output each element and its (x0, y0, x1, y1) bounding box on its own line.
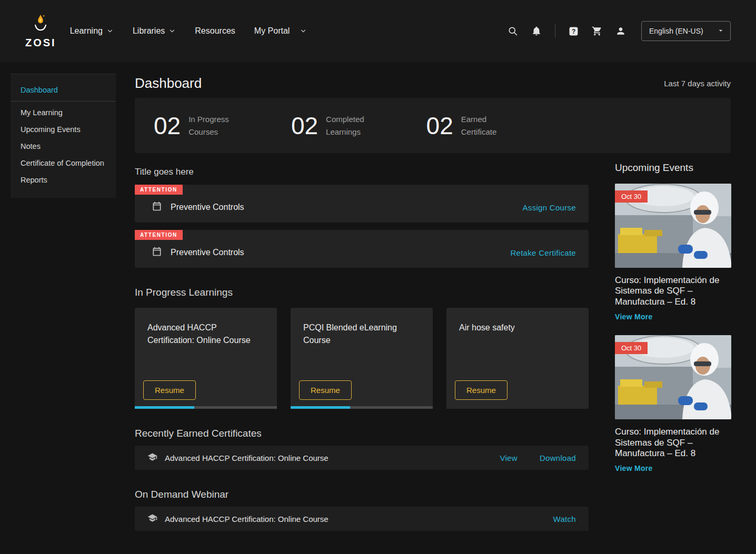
nav-item-my-portal[interactable]: My Portal (254, 26, 307, 36)
view-link[interactable]: View (500, 454, 517, 462)
nav-item-resources[interactable]: Resources (195, 26, 235, 36)
chevron-down-icon (168, 27, 176, 35)
stat-value: 02 (426, 112, 453, 140)
in-progress-cards: Advanced HACCP Certification: Online Cou… (135, 308, 589, 409)
stat-label: CompletedLearnings (326, 113, 364, 138)
sidebar-item-reports[interactable]: Reports (11, 172, 116, 188)
resume-button[interactable]: Resume (143, 380, 196, 400)
svg-text:?: ? (572, 27, 575, 35)
sidebar-item-notes[interactable]: Notes (11, 138, 116, 155)
calendar-icon (152, 246, 162, 259)
event-name: Curso: Implementación de Sistemas de SQF… (615, 427, 731, 459)
main-nav: Learning Libraries Resources My Portal (70, 26, 307, 36)
stat-earned: 02 EarnedCertificate (426, 112, 497, 140)
course-name: PCQI Blended eLearning Course (303, 321, 420, 347)
attention-course-name: Preventive Controls (171, 203, 244, 212)
webinar-section-title: On Demand Webinar (135, 489, 589, 500)
nav-label: Resources (195, 26, 235, 36)
view-more-link[interactable]: View More (615, 313, 653, 321)
stat-label: EarnedCertificate (461, 113, 497, 138)
person-icon[interactable] (615, 26, 626, 36)
view-more-link[interactable]: View More (615, 464, 653, 472)
nav-label: Learning (70, 26, 103, 36)
certificate-row: Advanced HACCP Certification: Online Cou… (135, 446, 589, 470)
stat-value: 02 (291, 112, 318, 140)
nav-item-learning[interactable]: Learning (70, 26, 114, 36)
help-icon[interactable]: ? (569, 26, 579, 36)
chevron-down-icon (300, 27, 307, 35)
sidebar-item-my-learning[interactable]: My Learning (11, 104, 116, 121)
event-date-badge: Oct 30 (615, 342, 648, 354)
attention-course: Preventive Controls (152, 201, 244, 214)
search-icon[interactable] (508, 26, 518, 36)
stats-bar: 02 In ProgressCourses 02 CompletedLearni… (135, 98, 731, 153)
progress-bar (291, 406, 433, 409)
course-card: PCQI Blended eLearning Course Resume (291, 308, 433, 409)
activity-note: Last 7 days activity (664, 79, 731, 88)
attention-section-title: Title goes here (135, 167, 589, 177)
caret-down-icon (717, 26, 725, 36)
event-card: Oct 30 Curso: Implementación de Sistemas… (615, 184, 731, 321)
nav-label: My Portal (254, 26, 290, 36)
stat-in-progress: 02 In ProgressCourses (154, 112, 229, 140)
navbar-actions: ? English (EN-US) (508, 21, 731, 41)
progress-fill (291, 406, 350, 409)
attention-badge: ATTENTION (135, 230, 183, 240)
webinar-row: Advanced HACCP Certification: Online Cou… (135, 507, 589, 531)
sidebar-item-certificate-of-completion[interactable]: Certificate of Completion (11, 155, 116, 172)
course-name: Advanced HACCP Certification: Online Cou… (147, 321, 264, 347)
resume-button[interactable]: Resume (299, 380, 352, 400)
in-progress-section-title: In Progress Learnings (135, 287, 589, 298)
course-name: Air hose safety (459, 321, 576, 334)
event-thumbnail[interactable]: Oct 30 (615, 184, 731, 268)
progress-bar (135, 406, 277, 409)
attention-card: ATTENTION Preventive Controls Assign Cou… (135, 185, 589, 223)
attention-badge: ATTENTION (135, 185, 183, 195)
stat-label: In ProgressCourses (188, 113, 229, 138)
zosi-logo[interactable]: ZOSI (25, 14, 56, 49)
bell-icon[interactable] (531, 26, 542, 36)
calendar-icon (152, 201, 162, 214)
download-link[interactable]: Download (540, 454, 576, 462)
sidebar-item-dashboard[interactable]: Dashboard (11, 82, 116, 102)
webinar-name: Advanced HACCP Certification: Online Cou… (165, 515, 329, 523)
language-value: English (EN-US) (649, 27, 703, 35)
attention-course: Preventive Controls (152, 246, 244, 259)
event-date-badge: Oct 30 (615, 190, 648, 203)
nav-item-libraries[interactable]: Libraries (133, 26, 176, 36)
attention-course-name: Preventive Controls (171, 248, 244, 257)
chevron-down-icon (106, 27, 114, 35)
main-header: Dashboard Last 7 days activity (135, 73, 731, 94)
certificates-section-title: Recently Earned Certificates (135, 428, 589, 439)
language-select[interactable]: English (EN-US) (641, 21, 731, 41)
navbar-divider (555, 24, 555, 38)
page: ZOSI Learning Libraries Resources My Por… (0, 0, 756, 554)
attention-card: ATTENTION Preventive Controls Retake Cer… (135, 230, 589, 268)
watch-link[interactable]: Watch (553, 515, 576, 523)
webinar-actions: Watch (553, 515, 576, 523)
flame-logo-icon (31, 14, 51, 36)
sidebar-item-upcoming-events[interactable]: Upcoming Events (11, 121, 116, 138)
course-card: Air hose safety Resume (446, 308, 589, 409)
event-card: Oct 30 Curso: Implementación de Sistemas… (615, 335, 731, 473)
course-card: Advanced HACCP Certification: Online Cou… (135, 308, 277, 409)
nav-label: Libraries (133, 26, 165, 36)
event-name: Curso: Implementación de Sistemas de SQF… (615, 275, 731, 307)
resume-button[interactable]: Resume (455, 380, 508, 400)
retake-certificate-link[interactable]: Retake Certificate (510, 248, 576, 257)
assign-course-link[interactable]: Assign Course (523, 203, 576, 212)
content-column: Title goes here ATTENTION Preventive Con… (135, 167, 589, 531)
logo-text: ZOSI (25, 37, 56, 49)
graduation-cap-icon (147, 452, 157, 464)
graduation-cap-icon (147, 513, 157, 525)
progress-fill (135, 406, 194, 409)
upcoming-events-title: Upcoming Events (615, 162, 731, 174)
cart-icon[interactable] (592, 26, 602, 36)
top-navbar: ZOSI Learning Libraries Resources My Por… (0, 0, 756, 62)
stat-value: 02 (154, 112, 181, 140)
event-thumbnail[interactable]: Oct 30 (615, 335, 731, 419)
upcoming-events-panel: Upcoming Events (615, 162, 731, 473)
left-sidebar: Dashboard My Learning Upcoming Events No… (11, 74, 116, 198)
page-title: Dashboard (135, 75, 202, 92)
certificate-name: Advanced HACCP Certification: Online Cou… (165, 454, 329, 462)
